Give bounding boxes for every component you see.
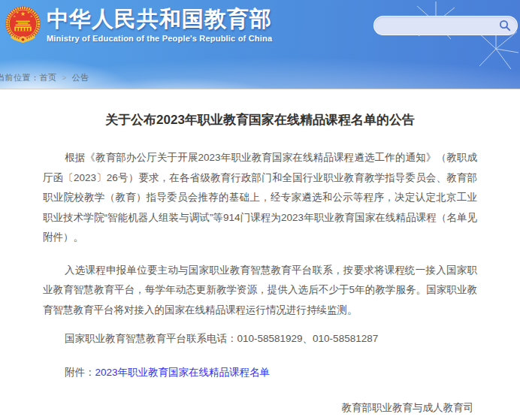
- search-input[interactable]: [374, 20, 499, 31]
- article-body: 关于公布2023年职业教育国家在线精品课程名单的公告 根据《教育部办公厅关于开展…: [0, 89, 520, 420]
- site-subtitle: Ministry of Education of the People's Re…: [47, 34, 272, 43]
- breadcrumb-separator: >: [62, 74, 67, 82]
- national-emblem-icon: ★ ★ ★ ★ ★: [5, 5, 41, 44]
- page-title: 关于公布2023年职业教育国家在线精品课程名单的公告: [43, 89, 477, 129]
- svg-text:★: ★: [30, 14, 33, 18]
- breadcrumb-home-link[interactable]: 首页: [40, 73, 57, 82]
- contact-phone-line: 国家职业教育智慧教育平台联系电话：010-58581929、010-585812…: [43, 329, 477, 349]
- site-identity: 中华人民共和国教育部 Ministry of Education of the …: [47, 6, 272, 43]
- svg-text:★: ★: [13, 14, 16, 18]
- svg-text:★: ★: [20, 11, 26, 17]
- breadcrumb-announcements-link[interactable]: 公告: [72, 73, 89, 82]
- attachment-line: 附件：2023年职业教育国家在线精品课程名单: [43, 363, 477, 383]
- paragraph-requirements: 入选课程申报单位要主动与国家职业教育智慧教育平台联系，按要求将课程统一接入国家职…: [43, 261, 477, 321]
- search-icon[interactable]: [499, 20, 517, 32]
- svg-text:★: ★: [27, 11, 30, 14]
- attachment-link[interactable]: 2023年职业教育国家在线精品课程名单: [95, 367, 271, 378]
- paragraph-basis: 根据《教育部办公厅关于开展2023年职业教育国家在线精品课程遴选工作的通知》（教…: [43, 148, 477, 248]
- breadcrumb-label: 当前位置：: [0, 73, 40, 82]
- breadcrumb: 当前位置：首页>公告: [0, 72, 89, 83]
- search-box[interactable]: [373, 16, 518, 35]
- national-emblem-logo: ★ ★ ★ ★ ★: [5, 5, 41, 44]
- site-header: ★ ★ ★ ★ ★ 中华人民共和国教育部 Ministry of Educati…: [0, 0, 520, 89]
- attachment-label: 附件：: [65, 367, 95, 378]
- svg-text:★: ★: [16, 11, 19, 14]
- signature: 教育部职业教育与成人教育司: [43, 398, 477, 418]
- site-title: 中华人民共和国教育部: [47, 6, 272, 32]
